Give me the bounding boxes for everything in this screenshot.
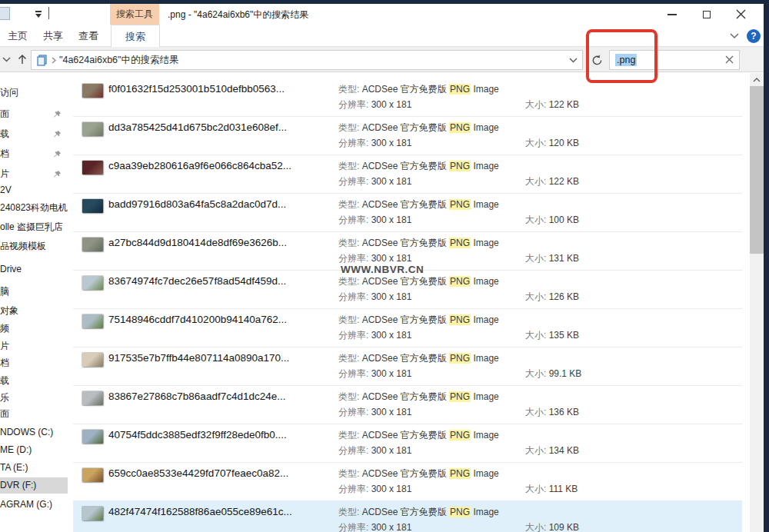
- sidebar-item[interactable]: 品视频模板: [0, 238, 68, 254]
- sidebar-item[interactable]: 240823科劲电机: [0, 200, 68, 216]
- type-suffix: Image: [471, 84, 499, 95]
- file-name: a27bc844d9d180414de8df69e3626b...: [108, 237, 287, 248]
- file-row[interactable]: badd97916d803a64fa5c8a2dac0d7d... 类型: AC…: [73, 194, 742, 232]
- address-dropdown-chevron-icon[interactable]: [569, 58, 578, 63]
- type-prefix: ACDSee 官方免费版: [362, 430, 449, 441]
- sidebar-item-label: 面: [0, 408, 9, 419]
- type-highlight: PNG: [449, 161, 471, 171]
- address-bar-row: "4a624ai6xb6"中的搜索结果 .png: [0, 47, 764, 72]
- type-highlight: PNG: [449, 468, 471, 479]
- ribbon-tab[interactable]: 搜索: [111, 25, 160, 47]
- file-row[interactable]: 659cc0ae8533e4429fd707feaec0a82... 类型: A…: [73, 463, 742, 501]
- sidebar-item-label: AGRAM (G:): [0, 499, 52, 510]
- ribbon-collapse-chevron-icon[interactable]: [730, 33, 739, 39]
- file-thumbnail: [82, 122, 103, 136]
- clear-search-button[interactable]: [725, 53, 734, 67]
- toolbar-separator: [48, 7, 49, 19]
- sidebar-item[interactable]: olle 盗摄巨乳店: [0, 219, 68, 235]
- sidebar-item[interactable]: AGRAM (G:): [0, 497, 68, 513]
- resolution-label: 分辨率:: [338, 522, 371, 532]
- sidebar-item[interactable]: ME (D:): [0, 442, 68, 458]
- sidebar-item[interactable]: 2V: [0, 182, 68, 198]
- file-thumbnail: [82, 353, 103, 367]
- size-label: 大小:: [525, 176, 549, 187]
- type-label: 类型:: [338, 238, 362, 248]
- sidebar-item[interactable]: 档: [0, 355, 68, 371]
- sidebar-item[interactable]: 片: [0, 166, 68, 182]
- file-type-line: 类型: ACDSee 官方免费版 PNG Image: [338, 391, 499, 404]
- file-thumbnail: [82, 161, 103, 175]
- ribbon-tab-label: 搜索: [125, 31, 145, 42]
- sidebar-item[interactable]: 载: [0, 126, 68, 142]
- file-row[interactable]: dd3a785425d41d675bc2d031e608ef... 类型: AC…: [73, 117, 742, 155]
- file-row[interactable]: 75148946cddf7d410200b94140a762... 类型: AC…: [73, 309, 742, 347]
- type-label: 类型:: [338, 353, 362, 364]
- ribbon-tab[interactable]: 共享: [35, 25, 71, 47]
- file-row[interactable]: 917535e7b7ffb44e807114a0890a170... 类型: A…: [73, 347, 742, 386]
- type-highlight: PNG: [449, 199, 471, 210]
- scrollbar[interactable]: [750, 73, 764, 532]
- size-value: 122 KB: [549, 176, 579, 187]
- file-size: 大小: 136 KB: [525, 406, 579, 419]
- quick-access-toolbar-arrow-icon[interactable]: [34, 11, 43, 20]
- up-one-level-icon[interactable]: [16, 53, 28, 65]
- scrollbar-thumb[interactable]: [750, 86, 764, 254]
- file-name: c9aa39eb280616a9f6e066c864cba52...: [108, 160, 291, 171]
- size-label: 大小:: [525, 445, 549, 456]
- file-size: 大小: 126 KB: [525, 291, 579, 304]
- sidebar-item[interactable]: 访问: [0, 85, 68, 101]
- sidebar-item[interactable]: 频: [0, 321, 68, 337]
- sidebar-item-label: olle 盗摄巨乳店: [0, 221, 63, 232]
- resolution-value: 300 x 181: [371, 522, 412, 532]
- file-resolution-line: 分辨率: 300 x 181: [338, 98, 411, 111]
- file-row[interactable]: f0f01632f15d253001b510defbb0563... 类型: A…: [73, 78, 742, 117]
- history-dropdown-icon[interactable]: [2, 57, 11, 62]
- ribbon-tab[interactable]: 查看: [71, 25, 106, 47]
- pin-icon: [53, 130, 62, 138]
- sidebar-item-label: 档: [0, 357, 9, 368]
- size-label: 大小:: [525, 138, 549, 148]
- sidebar-item[interactable]: 面: [0, 106, 68, 122]
- file-row[interactable]: c9aa39eb280616a9f6e066c864cba52... 类型: A…: [73, 155, 742, 194]
- refresh-icon: [591, 55, 603, 66]
- close-button[interactable]: [724, 4, 758, 25]
- sidebar-item[interactable]: 档: [0, 146, 68, 162]
- ribbon-tab[interactable]: 主页: [0, 25, 35, 47]
- search-results-folder-icon: [36, 55, 48, 66]
- sidebar-item[interactable]: 对象: [0, 303, 68, 319]
- maximize-button[interactable]: [689, 4, 724, 25]
- type-suffix: Image: [471, 199, 499, 210]
- sidebar-item[interactable]: TA (E:): [0, 460, 68, 476]
- search-input[interactable]: .png: [609, 50, 740, 70]
- sidebar-item[interactable]: 片: [0, 338, 68, 354]
- file-row[interactable]: 83674974fc7dec26e57f8ad54df459d... 类型: A…: [73, 271, 742, 309]
- sidebar-item-label: TA (E:): [0, 462, 28, 473]
- help-button[interactable]: ?: [747, 29, 761, 43]
- sidebar-item[interactable]: Drive: [0, 261, 68, 278]
- file-row[interactable]: 482f47474f162588f86ae055ce89e61c... 类型: …: [73, 501, 742, 532]
- minimize-button[interactable]: [654, 4, 689, 25]
- sidebar-item[interactable]: 脑: [0, 284, 68, 300]
- size-value: 120 KB: [549, 138, 579, 148]
- search-tools-contextual-tab[interactable]: 搜索工具: [110, 4, 159, 25]
- file-thumbnail: [82, 468, 103, 482]
- sidebar-item[interactable]: NDOWS (C:): [0, 424, 68, 441]
- sidebar-item[interactable]: 载: [0, 373, 68, 389]
- type-prefix: ACDSee 官方免费版: [362, 122, 449, 133]
- address-bar[interactable]: "4a624ai6xb6"中的搜索结果: [31, 50, 583, 70]
- sidebar-item-label: 品视频模板: [0, 241, 46, 251]
- file-type-line: 类型: ACDSee 官方免费版 PNG Image: [338, 198, 499, 211]
- scrollbar-up-button[interactable]: [750, 73, 764, 86]
- file-resolution-line: 分辨率: 300 x 181: [338, 406, 411, 419]
- size-label: 大小:: [525, 291, 549, 302]
- file-resolution-line: 分辨率: 300 x 181: [338, 444, 411, 457]
- file-row[interactable]: 83867e27868c7b86aadf7c4d1dc24e... 类型: AC…: [73, 386, 742, 424]
- ribbon-tabs-row: 主页共享查看搜索 ?: [0, 25, 764, 47]
- sidebar-item-label: 脑: [0, 286, 9, 297]
- sidebar-item[interactable]: 乐: [0, 390, 68, 406]
- refresh-button[interactable]: [588, 53, 606, 67]
- type-highlight: PNG: [449, 507, 471, 517]
- sidebar-item[interactable]: DVR (F:): [0, 477, 68, 494]
- file-row[interactable]: 40754f5ddc3885edf32f9ff28ede0fb0.... 类型:…: [73, 424, 742, 463]
- sidebar-item[interactable]: 面: [0, 406, 68, 422]
